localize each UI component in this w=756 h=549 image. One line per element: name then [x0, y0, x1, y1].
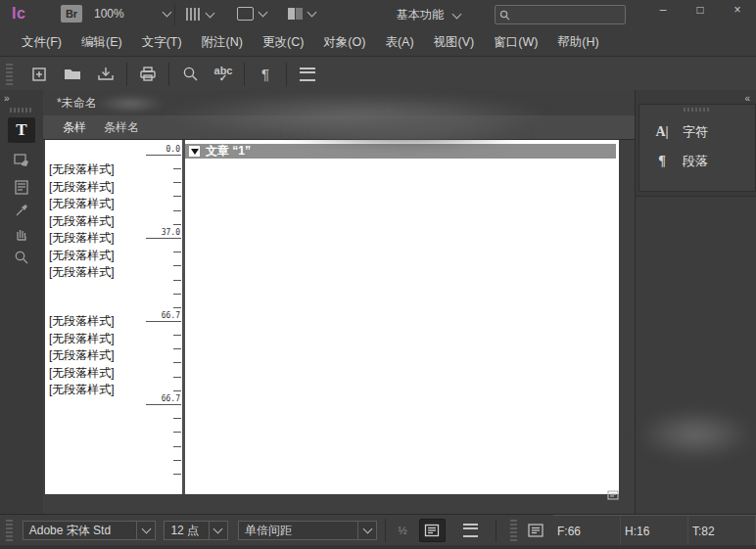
- search-icon: [182, 66, 199, 82]
- tool-zoom[interactable]: [8, 245, 35, 270]
- tool-eyedropper[interactable]: [8, 198, 35, 223]
- spell-check-icon: abc✓: [214, 66, 233, 83]
- menu-item[interactable]: 文件(F): [12, 29, 71, 56]
- font-family-select[interactable]: Adobe 宋体 Std: [23, 521, 157, 540]
- page-export-icon: [606, 489, 620, 501]
- open-folder-button[interactable]: [56, 62, 89, 87]
- close-button[interactable]: ×: [725, 2, 750, 20]
- menu-item[interactable]: 表(A): [375, 29, 423, 56]
- workspace-switcher[interactable]: 基本功能: [397, 7, 460, 23]
- screen-mode-icon: [237, 7, 254, 21]
- arrange-documents-dropdown[interactable]: [288, 8, 315, 20]
- hidden-characters-button[interactable]: ¶: [249, 62, 282, 87]
- panel-tab[interactable]: A| 字符: [639, 117, 755, 147]
- depth-ruler: 0.037.066.766.7: [139, 140, 182, 494]
- chevron-down-icon: [362, 525, 372, 534]
- story-header-bar: 文章 “1”: [185, 144, 616, 159]
- chevron-down-icon: [259, 8, 268, 18]
- print-button[interactable]: [131, 62, 165, 87]
- panel-label: 字符: [683, 123, 708, 141]
- position-tool-icon: [13, 150, 30, 167]
- new-document-button[interactable]: [23, 62, 56, 87]
- toolbar-menu-button[interactable]: [291, 62, 324, 87]
- panel-grip[interactable]: [10, 108, 33, 113]
- panel-grip[interactable]: [684, 108, 711, 112]
- dropdown-button: [357, 522, 376, 539]
- magnifier-icon: [14, 250, 29, 265]
- panel-icon: ¶: [653, 154, 671, 169]
- chevron-down-icon: [141, 525, 151, 534]
- collapse-story-button[interactable]: [189, 146, 200, 157]
- menu-item[interactable]: 帮助(H): [547, 29, 608, 56]
- chevron-down-icon: [206, 8, 215, 18]
- open-folder-icon: [63, 67, 82, 82]
- maximize-button[interactable]: □: [687, 2, 713, 20]
- story-end-corner-button[interactable]: [603, 487, 623, 502]
- print-icon: [139, 67, 157, 82]
- main-toolbar: abc✓ ¶: [0, 56, 756, 92]
- panel-tab[interactable]: ¶ 段落: [639, 147, 755, 176]
- minimize-button[interactable]: –: [650, 2, 676, 20]
- window-bottom-edge: [0, 545, 756, 549]
- galley-marks-icon: [424, 524, 440, 537]
- document-window: *未命名 条样 条样名 [无段落样式][无段落样式][无段落样式][无段落样式]…: [43, 90, 635, 514]
- pilcrow-icon: ¶: [261, 66, 269, 82]
- divider: [174, 4, 175, 25]
- app-bar: Ic Br 100% 基本功能: [0, 0, 756, 29]
- view-options-dropdown[interactable]: [186, 8, 213, 21]
- note-tool-icon: [14, 179, 29, 196]
- tools-panel: » T: [0, 90, 44, 514]
- fraction-indicator: ½: [394, 525, 410, 536]
- copyfit-stat: H:16: [621, 516, 688, 547]
- window-controls: – □ ×: [650, 2, 750, 20]
- menu-item[interactable]: 对象(O): [313, 29, 375, 56]
- copyfit-icon: [527, 523, 544, 538]
- statusbar-grip[interactable]: [510, 520, 517, 541]
- story-text-area[interactable]: [185, 140, 619, 494]
- galley-info-toggle[interactable]: [419, 519, 446, 542]
- menu-item[interactable]: 视图(V): [424, 29, 485, 56]
- leading-select[interactable]: 单倍间距: [238, 521, 377, 540]
- document-tab[interactable]: *未命名: [57, 95, 97, 112]
- search-input[interactable]: [514, 8, 621, 22]
- tab-secondary[interactable]: 条样名: [98, 115, 145, 139]
- tab-galley[interactable]: 条样: [57, 115, 92, 139]
- tool-hand[interactable]: [8, 221, 35, 247]
- dropdown-button: [136, 522, 155, 539]
- chevron-down-icon: [452, 9, 462, 19]
- tool-type[interactable]: T: [8, 117, 35, 143]
- menu-item[interactable]: 更改(C): [253, 29, 313, 56]
- spell-check-button[interactable]: abc✓: [207, 62, 240, 87]
- statusbar-menu-icon[interactable]: [463, 524, 478, 537]
- triangle-down-icon: [191, 149, 199, 155]
- dock-empty-area: [636, 196, 756, 515]
- copyfit-info-button[interactable]: [527, 523, 545, 538]
- menu-icon: [300, 68, 315, 81]
- divider: [126, 63, 127, 86]
- divider: [496, 519, 496, 542]
- find-button[interactable]: [173, 62, 207, 87]
- font-family-value: Adobe 宋体 Std: [24, 523, 137, 539]
- menu-item[interactable]: 附注(N): [192, 29, 253, 56]
- screen-mode-dropdown[interactable]: [237, 7, 266, 21]
- collapse-panel-chevrons[interactable]: «: [744, 93, 749, 104]
- tool-position[interactable]: [8, 146, 35, 171]
- zoom-level-select[interactable]: 100%: [94, 7, 170, 21]
- tool-note[interactable]: [8, 174, 35, 200]
- expand-panel-chevrons[interactable]: »: [4, 93, 9, 104]
- font-size-select[interactable]: 12 点: [164, 521, 228, 540]
- eyedropper-icon: [14, 203, 29, 218]
- story-title: 文章 “1”: [206, 143, 251, 160]
- new-document-icon: [30, 66, 48, 83]
- menu-item[interactable]: 编辑(E): [71, 29, 132, 56]
- right-panel-dock: « A| 字符 ¶ 段落: [635, 90, 756, 514]
- toolbar-grip[interactable]: [6, 64, 13, 85]
- panel-icon: A|: [653, 124, 671, 140]
- save-button[interactable]: [89, 62, 122, 87]
- copyfit-stat: T:82: [688, 516, 756, 547]
- menu-item[interactable]: 窗口(W): [484, 29, 547, 56]
- statusbar-grip[interactable]: [6, 520, 13, 541]
- menu-item[interactable]: 文字(T): [132, 29, 192, 56]
- divider: [385, 519, 386, 542]
- bridge-button[interactable]: Br: [61, 5, 82, 23]
